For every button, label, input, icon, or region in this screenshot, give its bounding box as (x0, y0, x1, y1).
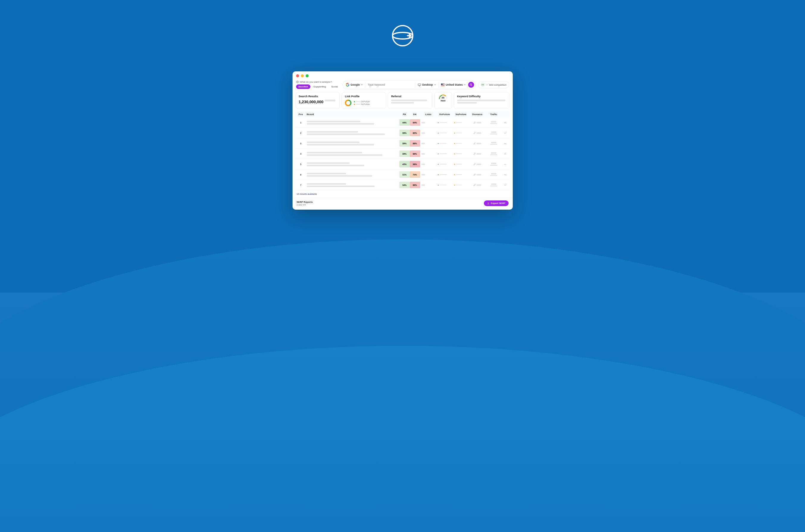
difficulty-gauge-card: 68 Hard (434, 92, 452, 109)
table-row[interactable]: 3 39% 88% ··· (295, 138, 510, 149)
engine-selector[interactable]: Google (346, 83, 363, 87)
link-icon (474, 174, 476, 176)
referral-card: Referral (388, 92, 432, 109)
table-row[interactable]: 5 45% 96% ··· (295, 159, 510, 170)
link-icon (474, 184, 476, 186)
table-row[interactable]: 7 34% 88% ··· (295, 180, 510, 190)
row-actions-button[interactable]: ··· (502, 132, 509, 134)
serp-reports-remaining: 2,000 left (297, 204, 313, 206)
svg-rect-4 (418, 83, 421, 86)
window-zoom-button[interactable] (306, 74, 309, 77)
add-comparison-button[interactable]: VS + Add comparison (478, 81, 509, 88)
tab-backlink[interactable]: Backlink (296, 84, 311, 89)
bottom-bar: SERP Reports 2,000 left Export SERP (293, 198, 513, 210)
row-actions-button[interactable]: ··· (502, 153, 509, 155)
window-minimize-button[interactable] (301, 74, 304, 77)
window-close-button[interactable] (296, 74, 299, 77)
link-icon (474, 142, 476, 145)
analysis-tabs: Backlink Copywriting Social (296, 84, 341, 89)
country-selector[interactable]: United States (441, 83, 466, 86)
svg-point-5 (470, 84, 472, 86)
serp-table: Pos Result PA DA Links DoFollow NoFollow… (293, 111, 513, 190)
flag-us-icon (441, 83, 445, 86)
table-row[interactable]: 2 39% 80% ··· (295, 128, 510, 138)
app-window: What do you want to analyze? Backlink Co… (293, 71, 513, 210)
brand-logo (391, 24, 415, 48)
search-button[interactable] (468, 82, 474, 88)
link-icon (474, 132, 476, 134)
tab-copywriting[interactable]: Copywriting (311, 84, 328, 89)
serp-reports-title: SERP Reports (297, 201, 313, 204)
table-row[interactable]: 6 31% 74% ··· (295, 170, 510, 180)
vs-badge-icon: VS (481, 83, 485, 87)
link-icon (474, 121, 476, 124)
results-available-note: 10 results available (293, 190, 513, 198)
link-icon (474, 163, 476, 165)
row-actions-button[interactable]: ··· (502, 121, 509, 124)
tab-social[interactable]: Social (329, 84, 340, 89)
link-icon (474, 153, 476, 155)
row-actions-button[interactable]: ··· (502, 163, 509, 166)
keyword-input[interactable] (368, 83, 413, 86)
table-row[interactable]: 1 44% 84% ··· (295, 117, 510, 128)
device-selector[interactable]: Desktop (418, 83, 436, 87)
keyword-difficulty-card: Keyword Difficulty (454, 92, 510, 109)
analyze-prompt: What do you want to analyze? (296, 81, 341, 83)
export-serp-button[interactable]: Export SERP (484, 201, 508, 206)
link-profile-donut-icon (345, 100, 351, 106)
row-actions-button[interactable]: ··· (502, 142, 509, 145)
search-bar: Google Desktop United States (343, 80, 476, 89)
summary-cards: Search Results 1,230,000,000 Link Profil… (293, 92, 513, 111)
row-actions-button[interactable]: ··· (502, 173, 509, 176)
table-header: Pos Result PA DA Links DoFollow NoFollow… (295, 111, 510, 117)
main-toolbar: What do you want to analyze? Backlink Co… (293, 80, 513, 92)
window-titlebar (293, 71, 513, 80)
table-row[interactable]: 4 39% 86% ··· (295, 149, 510, 159)
link-profile-card: Link Profile DoFollow NoFollow (342, 92, 386, 109)
row-actions-button[interactable]: ··· (502, 184, 509, 187)
search-results-card: Search Results 1,230,000,000 (295, 92, 340, 109)
